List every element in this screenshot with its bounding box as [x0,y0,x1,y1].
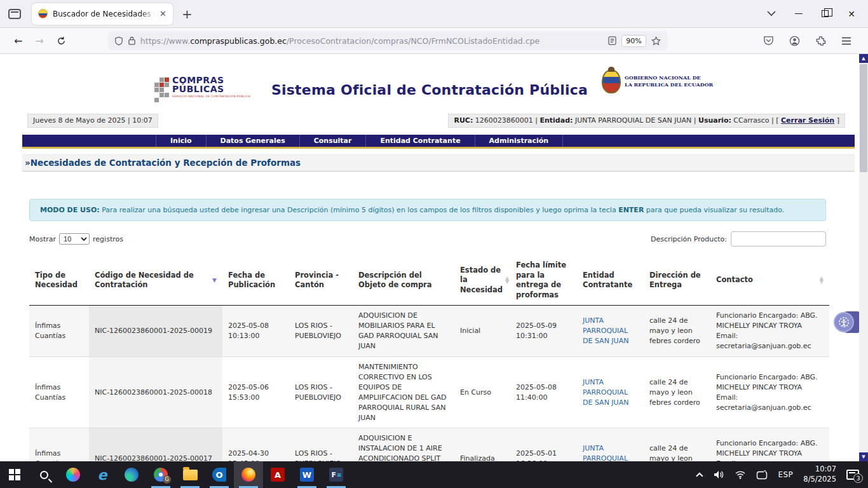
tray-expand-chevron-icon[interactable] [696,472,703,479]
volume-icon[interactable] [714,470,724,479]
col-direccion-entrega[interactable]: Dirección de Entrega [644,255,710,306]
bookmark-star-icon[interactable] [651,36,661,46]
url-bar[interactable]: https://www.compraspublicas.gob.ec/Proce… [108,31,667,50]
nav-item-administracion[interactable]: Administración [475,135,564,147]
usage-label: MODO DE USO: [40,206,100,214]
col-contacto[interactable]: Contacto▲▼ [710,255,829,306]
clock[interactable]: 10:07 8/5/2025 [803,464,836,484]
copilot-icon[interactable] [58,461,88,488]
language-indicator[interactable]: ESP [778,470,793,479]
col-codigo-necesidad[interactable]: Código de Necesidad de Contratación▼ [89,255,222,306]
edge-icon[interactable] [117,461,146,488]
cell-tipo: Ínfimas Cuantías [29,306,89,357]
page-length-select[interactable]: 10 [59,233,90,245]
usage-text-1: Para realizar una búsqueda usted debe in… [102,206,616,214]
firefox-view-icon[interactable] [8,9,21,19]
search-icon[interactable] [29,461,58,488]
entity-link[interactable]: JUNTA PARROQUIAL DE SAN JUAN [583,444,628,461]
reload-button[interactable] [57,36,66,46]
hamburger-menu-icon[interactable] [841,37,851,45]
col-entidad-contratante[interactable]: Entidad Contratante [577,255,644,306]
extensions-puzzle-icon[interactable] [815,36,826,46]
cell-entidad: JUNTA PARROQUIAL DE SAN JUAN [577,356,644,428]
restore-button[interactable] [822,10,829,17]
pocket-icon[interactable] [763,36,774,46]
nav-item-datos-generales[interactable]: Datos Generales [207,135,300,147]
cell-direccion: calle 24 de mayo y leon febres cordero [644,306,710,357]
nav-item-entidad-contratante[interactable]: Entidad Contratante [366,135,475,147]
cell-direccion: calle 24 de mayo y leon febres cordero [644,428,710,461]
col-fecha-publicacion[interactable]: Fecha de Publicación [222,255,289,306]
firefox-icon[interactable] [234,461,263,488]
cell-direccion: calle 24 de mayo y leon febres cordero [644,356,710,428]
back-button[interactable]: ← [14,35,22,47]
url-text[interactable]: https://www.compraspublicas.gob.ec/Proce… [140,36,604,46]
date-time-box: Jueves 8 de Mayo de 2025 | 10:07 [27,114,158,128]
needs-table: Tipo de Necesidad Código de Necesidad de… [29,255,829,461]
logout-link[interactable]: Cerrar Sesión [781,116,834,125]
chrome-icon[interactable]: G [146,461,175,488]
sort-both-icon: ▲▼ [505,276,509,285]
display-connect-icon[interactable] [756,470,768,480]
lock-icon[interactable] [128,36,135,45]
entity-link[interactable]: JUNTA PARROQUIAL DE SAN JUAN [583,378,628,407]
accessibility-widget[interactable] [834,311,859,334]
browser-tab[interactable]: Buscador de Necesidades de Co ✕ [32,3,173,25]
cell-descripcion: ADQUISICION DE MOBILIARIOS PARA EL GAD P… [353,306,454,357]
reader-mode-icon[interactable] [608,36,616,45]
tray-time: 10:07 [803,464,836,475]
nav-gold-divider [22,147,855,149]
gov-text-line1: GOBIERNO NACIONAL DE [625,74,713,81]
user-label: Usuario: [698,116,731,125]
cell-fecha-limite: 2025-05-09 10:31:00 [510,306,577,357]
product-description-input[interactable] [731,231,826,247]
cell-provincia: LOS RIOS - PUEBLOVIEJO [289,428,353,461]
col-provincia-canton[interactable]: Provincia - Cantón [289,255,353,306]
browser-toolbar: ← → https://www.compraspublicas.gob.ec/P… [0,28,868,54]
wifi-icon[interactable] [735,470,746,479]
forticlient-icon[interactable]: F≡ [322,461,351,488]
minimize-button[interactable] [795,13,803,15]
tab-list-chevron-icon[interactable] [767,11,776,17]
outlook-icon[interactable]: O [205,461,234,488]
account-icon[interactable] [789,36,800,46]
cell-entidad: JUNTA PARROQUIAL DE SAN JUAN [577,428,644,461]
cell-descripcion: MANTENIMIENTO CORRECTIVO EN LOS EQUIPOS … [353,356,454,428]
col-tipo-necesidad[interactable]: Tipo de Necesidad [29,255,89,306]
usage-enter-keyword: ENTER [618,206,644,214]
close-window-button[interactable]: ✕ [848,9,855,19]
nav-item-consultar[interactable]: Consultar [300,135,367,147]
new-tab-button[interactable]: + [182,6,193,22]
acrobat-icon[interactable]: A [263,461,292,488]
ruc-value: 1260023860001 [475,116,533,125]
filter-label: Descripción Producto: [651,235,727,243]
tab-close-icon[interactable]: ✕ [159,9,166,18]
logout-bracket: | [ [771,116,779,125]
nav-item-inicio[interactable]: Inicio [156,135,207,147]
cell-contacto: Funcionario Encargado: ABG. MICHELLY PIN… [710,428,829,461]
cell-estado: Finalizada [454,428,510,461]
scrollbar-thumb[interactable] [860,64,867,172]
scroll-down-arrow[interactable]: ▼ [859,452,868,461]
col-fecha-limite[interactable]: Fecha límite para la entrega de proforma… [510,255,577,306]
file-explorer-icon[interactable] [175,461,205,488]
word-icon[interactable]: W [292,461,322,488]
ruc-label: RUC: [454,116,473,125]
scroll-up-arrow[interactable]: ▲ [859,54,868,63]
notifications-icon[interactable]: 3 [846,470,859,480]
notification-count-badge: 3 [853,473,863,483]
tab-title: Buscador de Necesidades de Co [53,10,156,18]
entity-link[interactable]: JUNTA PARROQUIAL DE SAN JUAN [583,316,628,345]
col-descripcion-objeto[interactable]: Descripción del Objeto de compra [353,255,454,306]
col-estado-necesidad[interactable]: Estado de la Necesidad▲▼ [454,255,510,306]
cell-contacto: Funcionario Encargado: ABG. MICHELLY PIN… [710,356,829,428]
show-label: Mostrar [29,235,56,243]
page-scrollbar[interactable]: ▲ ▼ [859,54,868,461]
internet-explorer-icon[interactable]: e [88,461,117,488]
cell-codigo: NIC-1260023860001-2025-00019 [89,306,222,357]
table-row: Ínfimas Cuantías NIC-1260023860001-2025-… [29,356,829,428]
zoom-level-badge[interactable]: 90% [621,35,646,47]
start-button[interactable] [0,461,29,488]
forward-button[interactable]: → [35,35,43,47]
shield-icon[interactable] [114,36,123,46]
